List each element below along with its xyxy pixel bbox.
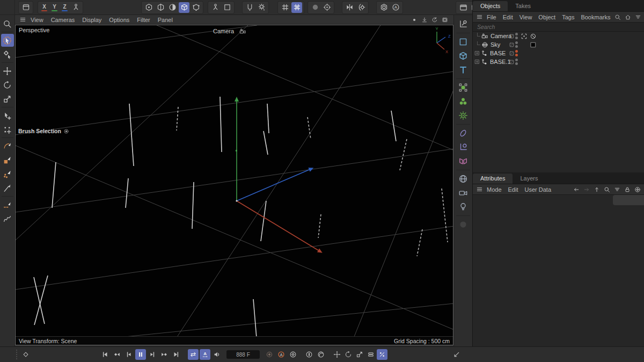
frame-scene-icon[interactable] <box>420 16 429 24</box>
sound-button[interactable] <box>211 349 222 360</box>
next-frame-button[interactable] <box>147 349 158 360</box>
enable-toggle-icon[interactable] <box>507 49 516 57</box>
menu-view[interactable]: View <box>516 14 536 20</box>
enable-toggle-icon[interactable] <box>507 32 516 40</box>
visibility-dots[interactable] <box>515 59 518 65</box>
spline-arc-pen-icon[interactable] <box>1 140 14 153</box>
frame-number-field[interactable]: 888 F <box>226 350 260 359</box>
hamburger-icon[interactable] <box>475 13 484 21</box>
snap-icon[interactable] <box>291 2 302 13</box>
key-position-button[interactable] <box>332 349 342 360</box>
open-timeline-button[interactable] <box>451 349 462 360</box>
menu-file[interactable]: File <box>484 14 500 20</box>
object-row-base[interactable]: BASE <box>473 49 644 57</box>
back-icon[interactable] <box>572 185 581 194</box>
object-row-base.1[interactable]: BASE.1 <box>473 57 644 66</box>
tab-layers[interactable]: Layers <box>513 173 545 184</box>
keyframe-settings-button[interactable] <box>288 349 298 360</box>
previous-frame-button[interactable] <box>123 349 134 360</box>
spline-pen-icon[interactable] <box>1 182 14 194</box>
filter-icon[interactable] <box>634 13 642 21</box>
object-label[interactable]: BASE <box>490 50 506 56</box>
key-selection-button[interactable] <box>377 349 387 360</box>
menu-tags[interactable]: Tags <box>559 14 577 20</box>
object-label[interactable]: Sky <box>491 41 500 48</box>
search-commander-icon[interactable] <box>1 17 14 30</box>
menu-edit[interactable]: Edit <box>500 14 516 20</box>
visibility-dots[interactable] <box>515 33 518 39</box>
material-disabled-icon[interactable] <box>457 218 470 231</box>
menu-display[interactable]: Display <box>78 17 105 23</box>
search-icon[interactable] <box>613 13 622 21</box>
position-record-button[interactable] <box>304 349 314 360</box>
auto-mode-icon[interactable]: A <box>390 2 401 13</box>
volume-icon[interactable] <box>457 155 470 168</box>
settings-circle-icon[interactable] <box>633 185 642 194</box>
mograph-field-icon[interactable] <box>457 141 470 154</box>
generator-gear-icon[interactable] <box>457 109 470 122</box>
target-tag-icon[interactable] <box>519 32 528 40</box>
axis-modify-icon[interactable] <box>457 18 470 31</box>
menu-filter[interactable]: Filter <box>133 17 153 23</box>
search-icon[interactable] <box>603 185 611 194</box>
key-rotation-button[interactable] <box>343 349 354 360</box>
rotation-record-button[interactable] <box>316 349 326 360</box>
visibility-dots[interactable] <box>515 41 518 48</box>
menu-cameras[interactable]: Cameras <box>47 17 79 23</box>
grid-icon[interactable] <box>280 2 290 13</box>
sketch-tool-icon[interactable] <box>1 212 14 225</box>
select-move-tool-icon[interactable] <box>1 109 14 122</box>
target-tool-icon[interactable] <box>321 2 332 13</box>
filter-icon[interactable] <box>613 185 621 194</box>
menu-object[interactable]: Object <box>535 14 559 20</box>
spline-smooth-pen-icon[interactable] <box>1 198 14 211</box>
hamburger-icon[interactable] <box>475 185 484 194</box>
scale-tool-icon[interactable] <box>1 92 14 105</box>
object-mode-icon[interactable] <box>155 2 166 13</box>
loop-playback-button[interactable] <box>188 349 199 360</box>
lock-icon[interactable] <box>623 185 632 194</box>
home-icon[interactable] <box>624 13 632 21</box>
menu-options[interactable]: Options <box>105 17 133 23</box>
objects-search-input[interactable]: Search <box>473 23 644 32</box>
autokey-marker-button[interactable]: A <box>200 349 210 360</box>
menu-bookmarks[interactable]: Bookmarks <box>577 14 613 20</box>
go-to-end-button[interactable] <box>171 349 181 360</box>
coordinate-system-icon[interactable] <box>70 2 81 13</box>
up-icon[interactable] <box>592 185 601 194</box>
keyframe-diamond-icon[interactable] <box>20 349 31 360</box>
hamburger-icon[interactable] <box>18 16 27 24</box>
enable-toggle-icon[interactable] <box>507 40 516 49</box>
object-row-sky[interactable]: Sky <box>473 40 644 49</box>
record-button[interactable] <box>264 349 275 360</box>
expand-icon[interactable] <box>474 59 480 65</box>
hexagon-axis-icon[interactable] <box>378 2 389 13</box>
rotate-tool-icon[interactable] <box>1 78 14 91</box>
toolbar-grip[interactable] <box>16 350 18 359</box>
menu-panel[interactable]: Panel <box>154 17 177 23</box>
workplane-icon[interactable] <box>222 2 232 13</box>
forward-icon[interactable] <box>582 185 591 194</box>
multi-transform-tool-icon[interactable] <box>1 123 14 136</box>
scene-camera-icon[interactable] <box>457 186 470 199</box>
spline-point-pen-icon[interactable] <box>1 168 14 180</box>
points-mode-icon[interactable] <box>191 2 201 13</box>
menu-mode[interactable]: Mode <box>484 186 505 193</box>
key-parameters-button[interactable] <box>365 349 376 360</box>
subdivision-surface-icon[interactable] <box>457 81 470 94</box>
menu-edit[interactable]: Edit <box>505 186 522 193</box>
disabled-tool-icon[interactable] <box>310 2 320 13</box>
toggle-views-icon[interactable] <box>441 16 449 24</box>
model-mode-icon[interactable] <box>143 2 154 13</box>
object-row-camera[interactable]: Camera <box>473 32 644 40</box>
texture-mode-icon[interactable] <box>167 2 178 13</box>
expand-icon[interactable] <box>474 50 480 56</box>
go-to-start-button[interactable] <box>100 349 111 360</box>
cube-primitive-icon[interactable] <box>457 49 470 62</box>
render-state-icon[interactable] <box>410 16 419 24</box>
camera-link-icon[interactable] <box>238 27 247 35</box>
view-history-icon[interactable] <box>430 16 439 24</box>
autokey-ring-button[interactable]: A <box>276 349 287 360</box>
menu-view[interactable]: View <box>27 17 47 23</box>
tab-objects[interactable]: Objects <box>473 1 508 11</box>
